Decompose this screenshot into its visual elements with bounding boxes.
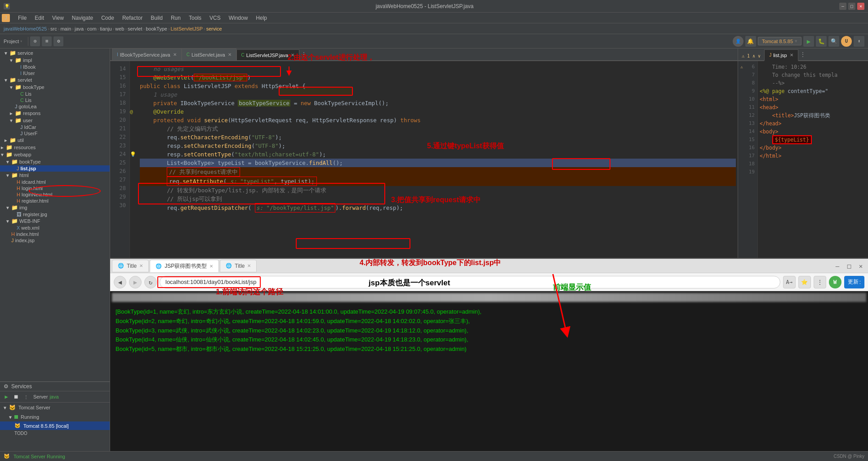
tree-item-lis1[interactable]: C Lis — [0, 91, 110, 97]
tab-close-ibooktypeservice[interactable]: ✕ — [173, 52, 177, 57]
breadcrumb-booktype[interactable]: bookType — [146, 26, 167, 31]
tree-item-register-html[interactable]: H register.html — [0, 198, 110, 204]
breadcrumb-com[interactable]: com — [87, 26, 97, 31]
tree-item-resources[interactable]: ► 📁 resources — [0, 144, 110, 151]
tree-item-service[interactable]: ▼ 📁 service — [0, 49, 110, 57]
tab-close-listservletjsp[interactable]: ✕ — [291, 53, 294, 58]
tab-close-listservlet[interactable]: ✕ — [228, 52, 231, 57]
breadcrumb-listservletjsp[interactable]: ListServletJSP — [171, 26, 203, 31]
code-content[interactable]: no usages @WebServlet("/bookList/jsp") p… — [138, 61, 738, 268]
menu-window[interactable]: Window — [225, 14, 252, 22]
right-tab-listjsp[interactable]: J list.jsp ✕ — [764, 49, 798, 61]
tree-item-idcar[interactable]: J IdCar — [0, 124, 110, 130]
breadcrumb-service[interactable]: service — [206, 26, 222, 31]
tree-item-html-folder[interactable]: ▼ 📁 html — [0, 172, 110, 179]
update-btn[interactable]: ⬆ — [854, 36, 864, 47]
breadcrumb-web[interactable]: web — [115, 26, 124, 31]
browser-tab-title2-close[interactable]: ✕ — [247, 263, 251, 268]
tree-item-userf[interactable]: J UserF — [0, 130, 110, 137]
browser-refresh-btn[interactable]: ↻ — [144, 276, 157, 288]
menu-tools[interactable]: Tools — [185, 14, 205, 22]
menu-vcs[interactable]: VCS — [206, 14, 224, 22]
search-btn[interactable]: 🔍 — [828, 36, 839, 47]
tomcat-dropdown[interactable]: Tomcat 8.5.85 ▾ — [758, 37, 801, 45]
browser-bookmark-btn[interactable]: ⭐ — [798, 276, 811, 288]
browser-minimize-btn[interactable]: — — [832, 261, 843, 271]
tree-item-booktype-webapp[interactable]: ▼ 📁 bookType — [0, 158, 110, 165]
right-code-area[interactable]: ⚠ 6 7 8 9 10 11 12 13 14 15 16 17 18 19 — [738, 61, 868, 268]
tree-item-index-jsp[interactable]: J index.jsp — [0, 237, 110, 244]
breadcrumb-src[interactable]: src — [50, 26, 57, 31]
tomcat-server-item[interactable]: ▼ 🐱 Tomcat Server — [0, 403, 110, 412]
tree-item-listjsp[interactable]: J list.jsp — [0, 165, 110, 172]
toolbar-settings-btn[interactable]: ⚙ — [53, 36, 63, 46]
browser-update-btn[interactable]: 更新: — [844, 276, 864, 288]
menu-refactor[interactable]: Refactor — [119, 14, 146, 22]
breadcrumb-main[interactable]: main — [60, 26, 71, 31]
breadcrumb-java[interactable]: java — [75, 26, 84, 31]
tree-item-register-jpg[interactable]: 🖼 register.jpg — [0, 211, 110, 217]
tree-item-img[interactable]: ▼ 📁 img — [0, 204, 110, 211]
browser-tab-title1[interactable]: 🌐 Title ✕ — [112, 260, 149, 272]
tree-item-gotolean[interactable]: J gotoLea — [0, 103, 110, 110]
tree-item-iuser[interactable]: I IUser — [0, 70, 110, 76]
tab-listservlet[interactable]: C ListServlet.java ✕ — [182, 49, 236, 60]
tab-ibooktypeservice[interactable]: I IBookTypeService.java ✕ — [112, 49, 182, 60]
browser-tab-jsptype[interactable]: 🌐 JSP获得图书类型 ✕ — [150, 260, 219, 272]
browser-close-btn[interactable]: ✕ — [855, 261, 866, 271]
tomcat-running-item[interactable]: ▼ Running — [0, 412, 110, 421]
menu-run[interactable]: Run — [167, 14, 184, 22]
toolbar-collapse-btn[interactable]: ≡ — [42, 36, 52, 46]
menu-help[interactable]: Help — [252, 14, 271, 22]
tree-item-login-html[interactable]: H login.html — [0, 185, 110, 191]
close-btn[interactable]: ✕ — [857, 3, 864, 10]
tomcat-instance-item[interactable]: 🐱 Tomcat 8.5.85 [local] — [0, 421, 110, 430]
tab-more-btn[interactable]: ⋮ — [299, 49, 308, 60]
maximize-btn[interactable]: □ — [848, 3, 855, 10]
breadcrumb-tianju[interactable]: tianju — [100, 26, 111, 31]
browser-back-btn[interactable]: ◀ — [114, 276, 126, 288]
right-tab-more[interactable]: ⋮ — [798, 49, 807, 60]
browser-forward-btn[interactable]: ▶ — [129, 276, 142, 288]
browser-settings-btn[interactable]: ⋮ — [814, 276, 826, 288]
browser-tab-jsptype-close[interactable]: ✕ — [209, 264, 213, 269]
right-tab-close-listjsp[interactable]: ✕ — [790, 53, 793, 58]
tree-item-lis2[interactable]: C Lis — [0, 97, 110, 103]
breadcrumb-servlet[interactable]: servlet — [128, 26, 142, 31]
tree-item-idcard-html[interactable]: H idcard.html — [0, 179, 110, 185]
tree-item-util[interactable]: ► 📁 util — [0, 137, 110, 144]
tree-item-webapp[interactable]: ▼ 📁 webapp — [0, 151, 110, 158]
menu-edit[interactable]: Edit — [31, 14, 48, 22]
menu-navigate[interactable]: Navigate — [68, 14, 97, 22]
browser-tab-title2[interactable]: 🌐 Title ✕ — [220, 260, 257, 272]
service-more-btn[interactable]: ⋮ — [22, 392, 31, 401]
user-avatar[interactable]: U — [841, 36, 852, 47]
tree-item-index-html[interactable]: H index.html — [0, 231, 110, 237]
browser-maximize-btn[interactable]: □ — [844, 261, 855, 271]
tab-listservletjsp[interactable]: C ListServletJSP.java ✕ — [236, 49, 300, 61]
tree-item-respons[interactable]: ► 📁 respons — [0, 110, 110, 117]
tree-item-impl[interactable]: ▼ 📁 impl — [0, 57, 110, 64]
tree-item-user[interactable]: ▼ 📁 user — [0, 117, 110, 124]
profile-btn[interactable]: 👤 — [733, 36, 743, 47]
service-stop-btn[interactable]: ⏹ — [12, 392, 21, 401]
breadcrumb-project[interactable]: javaWebHome0525 — [4, 26, 47, 31]
tree-item-booktype-servlet[interactable]: ▼ 📁 bookType — [0, 84, 110, 91]
browser-user-btn[interactable]: W — [829, 276, 841, 288]
browser-translate-btn[interactable]: A→ — [783, 276, 796, 288]
notification-btn[interactable]: 🔔 — [745, 36, 756, 47]
browser-url-bar[interactable] — [160, 276, 780, 288]
tree-item-loginnew-html[interactable]: H loginNew.html — [0, 191, 110, 198]
run-btn[interactable]: ▶ — [803, 36, 814, 47]
tree-item-ibook[interactable]: I IBook — [0, 64, 110, 70]
browser-tab-title1-close[interactable]: ✕ — [139, 263, 143, 268]
menu-code[interactable]: Code — [98, 14, 118, 22]
debug-btn[interactable]: 🐛 — [816, 36, 827, 47]
tree-item-servlet[interactable]: ▼ 📁 servlet — [0, 76, 110, 84]
tree-item-webxml[interactable]: X web.xml — [0, 225, 110, 231]
menu-view[interactable]: View — [49, 14, 67, 22]
tree-item-webinf[interactable]: ▼ 📁 WEB-INF — [0, 217, 110, 225]
menu-build[interactable]: Build — [147, 14, 166, 22]
minimize-btn[interactable]: — — [839, 3, 846, 10]
service-run-btn[interactable]: ▶ — [2, 392, 11, 401]
